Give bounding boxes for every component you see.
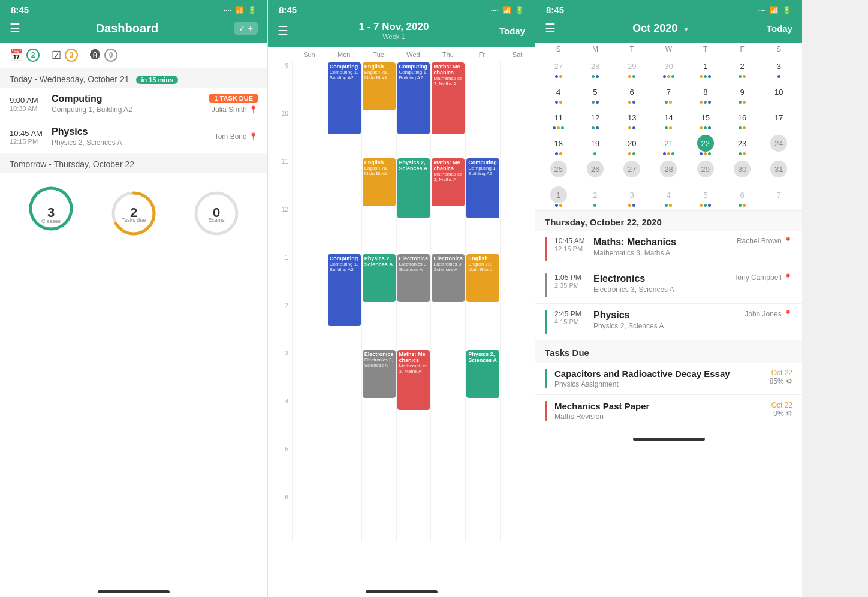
day-6[interactable]: 6 [614,82,650,106]
cal-physics-fri-3[interactable]: Physics 2, Sciences A [466,350,499,398]
check-add-button[interactable]: ✓ + [234,22,258,35]
event-time-physics: 10:45 AM 12:15 PM [10,129,52,145]
day-fri: Fri [465,47,500,62]
day-12[interactable]: 12 [577,107,613,132]
cal-computing-mon-1[interactable]: Computing Computing 1, Building A2 [328,254,361,326]
day-2-next[interactable]: 2 [577,185,613,209]
col-tue-2 [361,302,396,350]
today-button-3[interactable]: Today [767,23,792,34]
menu-icon-1[interactable]: ☰ [10,21,20,35]
cal-computing-wed[interactable]: Computing Computing 1, Building A2 [397,62,430,134]
day-8[interactable]: 8 [687,82,724,106]
day-23[interactable]: 23 [724,133,760,158]
monthly-title-center: Oct 2020 ▼ [556,22,767,35]
day-7[interactable]: 7 [650,82,687,106]
filter-tab-assignments[interactable]: 🅐 0 [90,49,117,62]
day-27-oct[interactable]: 27 [540,56,577,80]
day-3-nov[interactable]: 3 [761,56,797,80]
phone-monthly: 8:45 ···· 📶 🔋 ☰ Oct 2020 ▼ Today S M T W… [535,0,802,597]
cal-electronics-wed[interactable]: Electronics Electronics 3, Sciences A [397,254,430,302]
day-1-next[interactable]: 1 [540,185,577,209]
day-7-next[interactable]: 7 [761,185,797,209]
day-19[interactable]: 19 [577,133,613,158]
day-22-selected[interactable]: 22 [687,133,724,158]
day-29-oct[interactable]: 29 [614,56,650,80]
maths-time: 10:45 AM 12:15 PM [554,237,593,261]
day-17[interactable]: 17 [761,107,797,132]
day-14[interactable]: 14 [650,107,687,132]
cal-physics-tue-1[interactable]: Physics 2, Sciences A [363,254,396,302]
task-capacitors[interactable]: Capacitors and Radioactive Decay Essay P… [535,363,802,395]
battery-icon: 🔋 [248,6,257,14]
day-10[interactable]: 10 [761,82,797,106]
mechanics-right: Oct 22 0% ⚙ [771,401,792,418]
cal-maths-wed-3[interactable]: Maths: Me chanics Mathemati cs 3, Maths … [397,350,430,410]
day-mon: Mon [327,47,361,62]
day-event-maths[interactable]: 10:45 AM 12:15 PM Maths: Mechanics Mathe… [535,231,802,267]
cal-english-fri[interactable]: English English 7a, Main Block [466,254,499,302]
status-icons-2: ···· 📶 🔋 [491,6,524,14]
day-20[interactable]: 20 [614,133,650,158]
day-28-oct[interactable]: 28 [577,56,613,80]
day-16[interactable]: 16 [724,107,760,132]
day-24[interactable]: 24 [761,133,797,158]
mechanics-bar [545,401,547,421]
battery-icon-2: 🔋 [515,6,524,14]
nav-title-center: 1 - 7 Nov, 2020 Week 1 [288,21,499,40]
menu-icon-3[interactable]: ☰ [545,21,556,35]
col-fri-6 [465,494,500,542]
mechanics-body: Mechanics Past Paper Maths Revision [554,401,771,421]
day-18[interactable]: 18 [540,133,577,158]
day-11[interactable]: 11 [540,107,577,132]
filter-tab-tasks[interactable]: ☑ 3 [52,49,78,62]
home-bar-1 [98,590,170,593]
day-event-electronics[interactable]: 1:05 PM 2:35 PM Electronics Electronics … [535,267,802,304]
today-button-2[interactable]: Today [499,26,525,36]
task-mechanics[interactable]: Mechanics Past Paper Maths Revision Oct … [535,395,802,427]
day-13[interactable]: 13 [614,107,650,132]
physics-bar-3 [545,310,547,334]
day-28[interactable]: 28 [650,159,687,183]
day-30-oct[interactable]: 30 [650,56,687,80]
day-2-nov[interactable]: 2 [724,56,760,80]
home-bar-3 [633,438,705,441]
day-3-next[interactable]: 3 [614,185,650,209]
cal-physics-wed[interactable]: Physics 2, Sciences A [397,158,430,218]
cal-english-tue-11[interactable]: English English 7a, Main Block [363,158,396,206]
cal-computing-fri[interactable]: Computing Computing 1, Building A2 [466,158,499,218]
menu-icon-2[interactable]: ☰ [278,23,288,38]
settings-icon-task1[interactable]: ⚙ [786,377,792,385]
day-5[interactable]: 5 [577,82,613,106]
day-29[interactable]: 29 [687,159,724,183]
day-21-today[interactable]: 21 [650,133,687,158]
col-tue-11: English English 7a, Main Block [361,158,396,206]
day-25[interactable]: 25 [540,159,577,183]
time-12: 12 [268,206,292,254]
cal-computing-mon[interactable]: Computing Computing 1, Building A2 [328,62,361,134]
cal-electronics-tue-3[interactable]: Electronics Electronics 3, Sciences A [363,350,396,398]
cal-maths-thu-11[interactable]: Maths: Me chanics Mathemati cs 3, Maths … [432,158,465,206]
day-26[interactable]: 26 [577,159,613,183]
cal-maths-thu[interactable]: Maths: Me chanics Mathemati cs 3, Maths … [432,62,465,134]
day-1-nov[interactable]: 1 [687,56,724,80]
settings-icon-task2[interactable]: ⚙ [786,409,792,418]
day-9[interactable]: 9 [724,82,760,106]
day-6-next[interactable]: 6 [724,185,760,209]
day-event-physics-3[interactable]: 2:45 PM 4:15 PM Physics Physics 2, Scien… [535,304,802,340]
day-31[interactable]: 31 [761,159,797,183]
filter-tab-calendar[interactable]: 📅 2 [10,49,40,62]
dropdown-icon[interactable]: ▼ [683,25,690,34]
day-15[interactable]: 15 [687,107,724,132]
event-computing[interactable]: 9:00 AM 10:30 AM Computing Computing 1, … [0,88,267,120]
cal-electronics-thu[interactable]: Electronics Electronics 3, Sciences A [432,254,465,302]
cal-english-tue[interactable]: English English 7a, Main Block [363,62,396,110]
wifi-icon-2: 📶 [502,6,511,14]
day-4-next[interactable]: 4 [650,185,687,209]
day-4[interactable]: 4 [540,82,577,106]
day-27[interactable]: 27 [614,159,650,183]
event-physics[interactable]: 10:45 AM 12:15 PM Physics Physics 2, Sci… [0,120,267,153]
day-5-next[interactable]: 5 [687,185,724,209]
event-body-physics: Physics Physics 2, Sciences A [52,126,215,147]
col-sun-12 [292,206,327,254]
day-30[interactable]: 30 [724,159,760,183]
